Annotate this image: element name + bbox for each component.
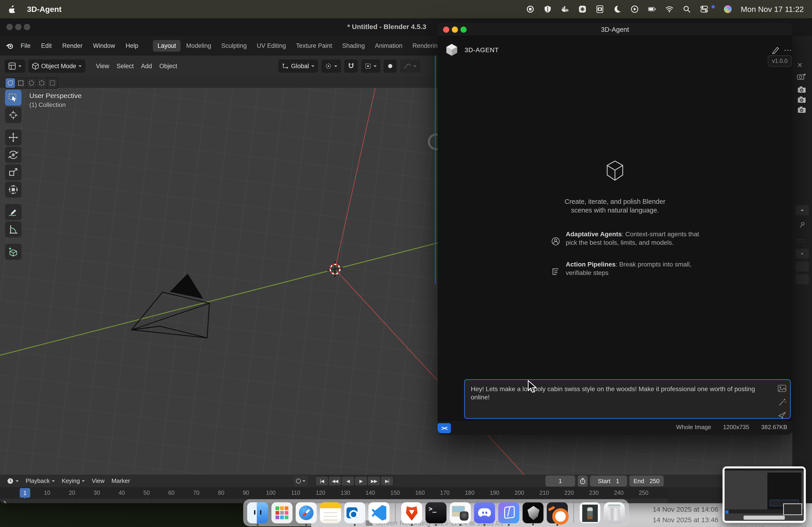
camera-icon[interactable] bbox=[797, 106, 807, 115]
send-icon[interactable] bbox=[778, 411, 786, 420]
play-button[interactable]: ▶ bbox=[355, 477, 367, 486]
dock-document-icon[interactable] bbox=[579, 502, 600, 523]
dock-safari-icon[interactable] bbox=[296, 502, 317, 523]
chevron-down-icon[interactable] bbox=[796, 205, 809, 215]
close-button[interactable] bbox=[443, 27, 449, 33]
finder-row[interactable]: 14 Nov 2025 at 13:33 bbox=[653, 525, 719, 527]
agent-titlebar[interactable]: 3D-Agent bbox=[438, 23, 792, 36]
rotate-tool[interactable] bbox=[5, 147, 21, 163]
auto-keying-toggle[interactable] bbox=[294, 476, 308, 486]
menu-edit[interactable]: Edit bbox=[38, 41, 56, 51]
tab-texture-paint[interactable]: Texture Paint bbox=[291, 40, 337, 52]
select-mode-lasso[interactable] bbox=[37, 78, 47, 88]
dock-terminal-icon[interactable] bbox=[425, 502, 447, 523]
select-mode-box[interactable] bbox=[16, 78, 26, 88]
keyboard-brightness-icon[interactable] bbox=[578, 5, 586, 13]
apple-menu-icon[interactable] bbox=[8, 5, 16, 13]
battery-icon[interactable] bbox=[648, 5, 656, 13]
jump-to-end-button[interactable]: ▶| bbox=[381, 477, 393, 486]
menu-view[interactable]: View bbox=[92, 61, 113, 72]
dock-notes-icon[interactable] bbox=[320, 502, 341, 523]
close-button[interactable] bbox=[6, 24, 13, 30]
current-frame-badge[interactable]: 1 bbox=[20, 488, 30, 498]
scale-tool[interactable] bbox=[5, 164, 21, 180]
menu-file[interactable]: File bbox=[17, 41, 34, 51]
add-cube-tool[interactable] bbox=[5, 244, 21, 260]
minimize-button[interactable] bbox=[15, 24, 21, 30]
menu-timeline-view[interactable]: View bbox=[89, 477, 107, 485]
snap-target-dropdown[interactable] bbox=[361, 59, 380, 73]
play-circle-icon[interactable] bbox=[630, 5, 639, 13]
select-box-tool[interactable] bbox=[5, 90, 21, 106]
menu-object[interactable]: Object bbox=[156, 61, 181, 72]
tab-shading[interactable]: Shading bbox=[337, 40, 369, 52]
cursor-tool[interactable] bbox=[5, 107, 21, 123]
wifi-icon[interactable] bbox=[665, 5, 673, 13]
menubar-app-name[interactable]: 3D-Agent bbox=[27, 5, 61, 14]
edit-icon[interactable] bbox=[771, 45, 780, 54]
close-icon[interactable]: ✕ bbox=[796, 249, 809, 259]
use-preview-range-toggle[interactable] bbox=[578, 476, 588, 486]
zoom-button[interactable] bbox=[24, 24, 30, 30]
snap-toggle[interactable] bbox=[344, 59, 358, 73]
docker-icon[interactable] bbox=[561, 5, 569, 13]
tab-layout[interactable]: Layout bbox=[153, 40, 180, 52]
annotate-tool[interactable] bbox=[5, 204, 21, 220]
control-center-icon[interactable] bbox=[700, 5, 708, 13]
menu-playback[interactable]: Playback bbox=[23, 477, 58, 485]
current-frame-field[interactable]: 1 bbox=[546, 476, 575, 486]
dock-brave-icon[interactable] bbox=[401, 502, 422, 523]
shield-icon[interactable] bbox=[543, 5, 552, 13]
dock-unity-icon[interactable] bbox=[522, 502, 543, 523]
play-reverse-button[interactable]: ◀ bbox=[342, 477, 354, 486]
proportional-editing-toggle[interactable] bbox=[383, 59, 397, 73]
select-mode-tweak[interactable] bbox=[5, 78, 15, 88]
previous-keyframe-button[interactable]: ◀◀ bbox=[329, 477, 341, 486]
menu-dots-icon[interactable]: :::: bbox=[797, 238, 805, 244]
more-options-icon[interactable]: … bbox=[784, 43, 792, 53]
menu-window[interactable]: Window bbox=[89, 41, 119, 51]
start-frame-field[interactable]: Start1 bbox=[590, 476, 627, 486]
menu-help[interactable]: Help bbox=[122, 41, 142, 51]
next-keyframe-button[interactable]: ▶▶ bbox=[368, 477, 380, 486]
timeline-ruler[interactable]: 1 10203040506070809010011012013014015016… bbox=[0, 487, 668, 499]
tab-animation[interactable]: Animation bbox=[370, 40, 407, 52]
menu-keying[interactable]: Keying bbox=[59, 477, 88, 485]
screen-capture-icon[interactable] bbox=[596, 5, 604, 13]
jump-to-start-button[interactable]: |◀ bbox=[316, 477, 328, 486]
dock-preview-icon[interactable] bbox=[450, 502, 471, 523]
dock-discord-icon[interactable] bbox=[474, 502, 495, 523]
finder-row[interactable]: 14 Nov 2025 at 14:06 bbox=[653, 504, 719, 515]
close-icon[interactable]: ✕ bbox=[797, 61, 802, 69]
orientation-dropdown[interactable]: Global bbox=[278, 59, 318, 73]
blender-logo-icon[interactable] bbox=[5, 42, 14, 50]
screen-recording-thumbnail[interactable] bbox=[723, 466, 806, 523]
add-camera-icon[interactable] bbox=[797, 73, 807, 81]
measure-tool[interactable] bbox=[5, 222, 21, 238]
menu-add[interactable]: Add bbox=[137, 61, 156, 72]
dock-vscode-icon[interactable] bbox=[368, 502, 390, 523]
dock-finder-icon[interactable] bbox=[247, 502, 268, 523]
dock-agent3d-icon[interactable] bbox=[498, 502, 519, 523]
siri-icon[interactable] bbox=[724, 5, 732, 13]
select-mode-paint[interactable] bbox=[48, 78, 57, 88]
record-icon[interactable] bbox=[526, 5, 534, 13]
finder-row[interactable]: 14 Nov 2025 at 13:46 bbox=[653, 515, 719, 525]
dock-blender-icon[interactable] bbox=[547, 502, 568, 523]
moon-icon[interactable] bbox=[613, 5, 621, 13]
collapse-panel-button[interactable]: >< bbox=[438, 423, 451, 433]
zoom-button[interactable] bbox=[461, 27, 467, 33]
tab-modeling[interactable]: Modeling bbox=[182, 40, 216, 52]
camera-icon[interactable] bbox=[797, 96, 807, 105]
proportional-falloff-dropdown[interactable] bbox=[400, 59, 420, 73]
dock-trash-icon[interactable] bbox=[604, 502, 625, 523]
dock-outlook-icon[interactable] bbox=[344, 502, 365, 523]
prompt-input[interactable]: Hey! Lets make a low poly cabin swiss st… bbox=[465, 380, 790, 418]
select-mode-circle[interactable] bbox=[27, 78, 36, 88]
panel-slot[interactable] bbox=[796, 261, 809, 271]
search-icon[interactable] bbox=[683, 5, 691, 13]
mode-dropdown[interactable]: Object Mode bbox=[28, 59, 85, 73]
menu-marker[interactable]: Marker bbox=[109, 477, 133, 485]
panel-slot[interactable] bbox=[796, 274, 809, 284]
minimize-button[interactable] bbox=[452, 27, 458, 33]
